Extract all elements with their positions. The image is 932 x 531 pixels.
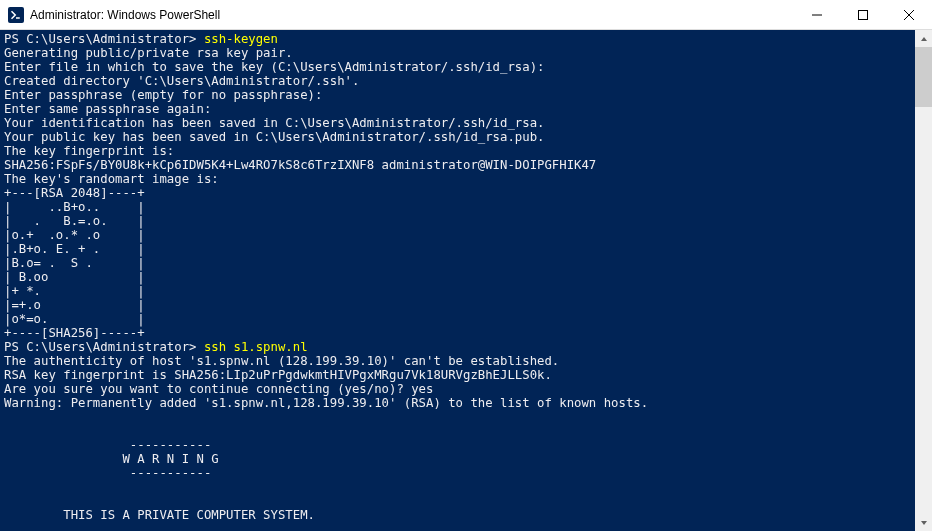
close-button[interactable] xyxy=(886,0,932,30)
output-block: The authenticity of host 's1.spnw.nl (12… xyxy=(4,354,648,522)
maximize-button[interactable] xyxy=(840,0,886,30)
minimize-button[interactable] xyxy=(794,0,840,30)
command: ssh-keygen xyxy=(204,32,278,46)
scrollbar-thumb[interactable] xyxy=(915,47,932,107)
window-titlebar: Administrator: Windows PowerShell xyxy=(0,0,932,30)
scroll-up-button[interactable] xyxy=(915,30,932,47)
vertical-scrollbar[interactable] xyxy=(915,30,932,531)
scroll-down-button[interactable] xyxy=(915,514,932,531)
window-controls xyxy=(794,0,932,30)
terminal-output[interactable]: PS C:\Users\Administrator> ssh-keygen Ge… xyxy=(0,30,915,531)
window-title: Administrator: Windows PowerShell xyxy=(30,8,794,22)
command: ssh s1.spnw.nl xyxy=(204,340,308,354)
powershell-icon xyxy=(8,7,24,23)
output-block: Generating public/private rsa key pair. … xyxy=(4,46,596,340)
prompt: PS C:\Users\Administrator> xyxy=(4,340,204,354)
terminal-area: PS C:\Users\Administrator> ssh-keygen Ge… xyxy=(0,30,932,531)
svg-rect-1 xyxy=(859,10,868,19)
prompt: PS C:\Users\Administrator> xyxy=(4,32,204,46)
